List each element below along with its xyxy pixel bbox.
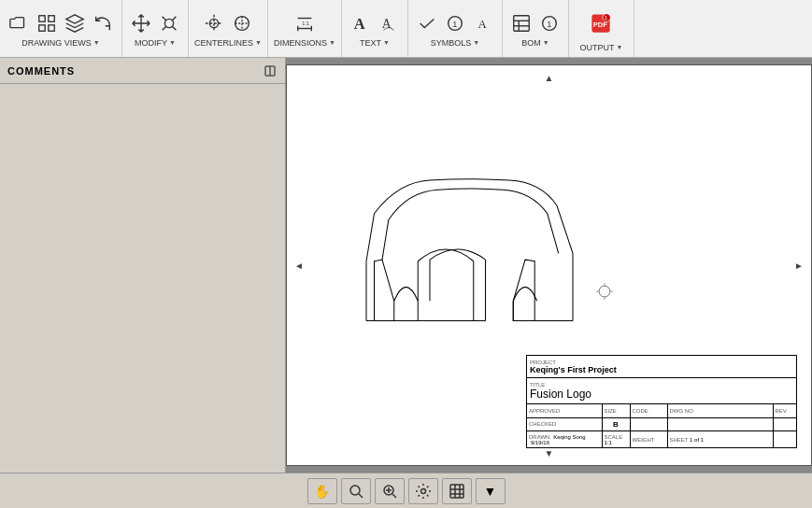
output-chevron[interactable]: ▼ — [616, 44, 622, 50]
folder-icon[interactable] — [6, 10, 32, 36]
symbols-label: SYMBOLS — [431, 38, 472, 48]
checked-label: CHECKED — [529, 421, 600, 427]
approved-label: APPROVED — [529, 408, 600, 414]
pan-button[interactable]: ✋ — [307, 478, 337, 504]
more-options-button[interactable]: ▼ — [476, 478, 506, 504]
svg-text:1: 1 — [605, 15, 608, 20]
svg-point-39 — [599, 286, 610, 297]
svg-line-47 — [392, 494, 396, 498]
grid-view-icon[interactable] — [34, 10, 60, 36]
checkmark-sym-icon[interactable] — [414, 10, 440, 36]
panel-header: COMMENTS — [0, 58, 285, 84]
svg-rect-3 — [49, 24, 54, 30]
dimensions-label: DIMENSIONS — [274, 38, 327, 48]
letter-sym-icon[interactable]: A — [470, 10, 496, 36]
title-value: Fusion Logo — [530, 388, 591, 401]
scale-icon[interactable] — [156, 10, 182, 36]
toolbar-group-drawing-views: DRAWING VIEWS ▼ — [0, 0, 122, 57]
project-value: Keqing's First Project — [530, 365, 617, 374]
main-canvas-area[interactable]: ▲ ▼ ◄ ► — [286, 58, 812, 473]
dwg-no-label: DWG NO — [670, 408, 771, 414]
svg-rect-2 — [39, 24, 45, 30]
dimension-icon[interactable]: 1:1 — [292, 10, 318, 36]
svg-text:A: A — [354, 14, 365, 32]
text-chevron[interactable]: ▼ — [383, 39, 390, 46]
centerline-icon[interactable] — [201, 10, 227, 36]
centermark-icon[interactable] — [229, 10, 255, 36]
toolbar-group-output: PDF 1 OUTPUT ▼ — [569, 0, 634, 57]
panel-pin-button[interactable] — [263, 64, 278, 78]
modify-chevron[interactable]: ▼ — [169, 39, 176, 46]
view3d-icon[interactable] — [62, 10, 88, 36]
svg-text:1: 1 — [547, 19, 551, 28]
bom-label: BOM — [521, 38, 541, 48]
zoom-window-button[interactable] — [375, 478, 405, 504]
toolbar-group-dimensions: 1:1 DIMENSIONS ▼ — [268, 0, 342, 57]
toolbar-group-bom: 1 BOM ▼ — [503, 0, 569, 57]
drawing-canvas[interactable]: ▲ ▼ ◄ ► — [286, 64, 812, 466]
circle-num-icon[interactable]: 1 — [442, 10, 468, 36]
left-panel: COMMENTS — [0, 58, 286, 508]
svg-text:1:1: 1:1 — [302, 20, 309, 25]
svg-point-50 — [420, 488, 425, 493]
zoom-fit-button[interactable] — [341, 478, 371, 504]
panel-title: COMMENTS — [7, 65, 75, 77]
sheet-label: SHEET — [670, 437, 689, 443]
text-curved-icon[interactable]: A — [376, 10, 402, 36]
toolbar-group-centerlines: CENTERLINES ▼ — [189, 0, 268, 57]
svg-point-44 — [350, 486, 360, 495]
output-label: OUTPUT — [579, 43, 614, 52]
grid-toggle-button[interactable] — [442, 478, 472, 504]
svg-text:1: 1 — [452, 19, 457, 28]
toolbar-group-symbols: 1 A SYMBOLS ▼ — [408, 0, 503, 57]
toolbar-group-text: A A TEXT ▼ — [342, 0, 408, 57]
rev-label: REV — [776, 408, 795, 414]
code-label: CODE — [633, 408, 665, 414]
svg-rect-51 — [450, 485, 463, 498]
bom-chevron[interactable]: ▼ — [543, 39, 549, 46]
text-label: TEXT — [360, 38, 381, 48]
svg-rect-1 — [49, 15, 54, 21]
weight-label: WEIGHT — [633, 437, 655, 443]
size-label: SIZE — [605, 408, 628, 414]
svg-line-45 — [359, 494, 363, 498]
pdf-icon[interactable]: PDF 1 — [583, 6, 619, 41]
dimensions-chevron[interactable]: ▼ — [329, 39, 335, 46]
table-icon[interactable] — [508, 10, 534, 36]
symbols-chevron[interactable]: ▼ — [473, 39, 479, 46]
bom-num-icon[interactable]: 1 — [536, 10, 563, 36]
toolbar: DRAWING VIEWS ▼ MODIFY ▼ — [0, 0, 812, 58]
centerlines-label: CENTERLINES — [194, 38, 253, 48]
svg-rect-0 — [39, 15, 45, 21]
cursor — [597, 284, 613, 300]
scale-value: 1:1 — [605, 440, 612, 445]
drawn-label: DRAWN — [529, 434, 549, 440]
modify-label: MODIFY — [135, 38, 167, 48]
centerlines-chevron[interactable]: ▼ — [255, 39, 262, 46]
title-block: PROJECT Keqing's First Project TITLE Fus… — [526, 355, 797, 448]
svg-rect-21 — [514, 15, 530, 31]
toolbar-group-modify: MODIFY ▼ — [122, 0, 189, 57]
size-value: B — [613, 420, 619, 429]
drawing-views-chevron[interactable]: ▼ — [93, 39, 100, 46]
status-bar: ✋ ▼ — [0, 473, 812, 508]
settings-button[interactable] — [408, 478, 438, 504]
svg-text:A: A — [477, 17, 487, 30]
text-icon[interactable]: A — [348, 10, 374, 36]
sheet-value: 1 of 1 — [690, 437, 704, 443]
svg-text:PDF: PDF — [593, 21, 607, 29]
drawing-views-label: DRAWING VIEWS — [21, 38, 92, 48]
drawn-by: Keqing Song — [553, 434, 585, 440]
rotate-icon[interactable] — [90, 10, 116, 36]
move-icon[interactable] — [128, 10, 154, 36]
drawn-date: 9/19/16 — [531, 440, 549, 445]
